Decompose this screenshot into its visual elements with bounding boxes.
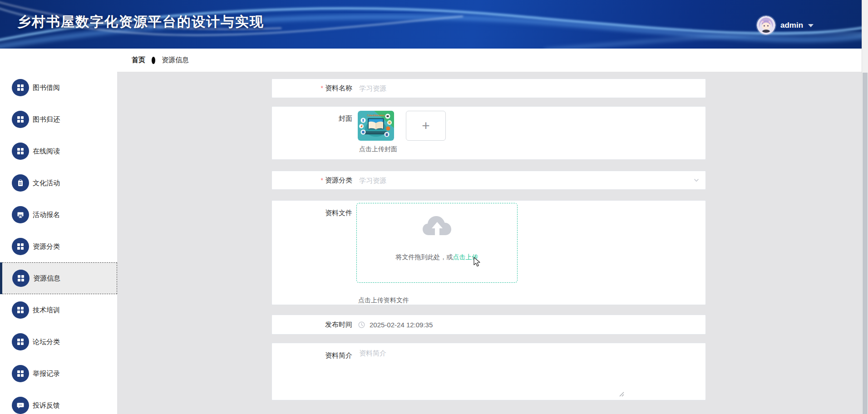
- sidebar-item-online-reading[interactable]: 在线阅读: [0, 135, 117, 167]
- grid-icon: [12, 365, 29, 382]
- sidebar-item-forum-category[interactable]: 论坛分类: [0, 326, 117, 358]
- field-label: 资料文件: [272, 201, 352, 305]
- sidebar-item-activity-signup[interactable]: 活动报名: [0, 199, 117, 231]
- app-header: 乡村书屋数字化资源平台的设计与实现 admin: [0, 0, 862, 49]
- chat-icon: [12, 397, 29, 414]
- publish-time-input[interactable]: [369, 320, 705, 329]
- grid-icon: [12, 143, 29, 160]
- page-scrollbar: [862, 0, 868, 414]
- category-select[interactable]: [352, 177, 705, 184]
- sidebar-item-resource-info[interactable]: 资源信息: [0, 262, 117, 294]
- sidebar-item-label: 在线阅读: [33, 147, 60, 156]
- main-content: *资料名称 封面 CyberEducation: [117, 72, 862, 414]
- sidebar-item-label: 文化活动: [33, 179, 60, 187]
- clock-icon: [358, 321, 365, 328]
- sidebar-item-resource-category[interactable]: 资源分类: [0, 231, 117, 262]
- sidebar-item-label: 投诉反馈: [33, 401, 60, 410]
- grid-icon: [12, 301, 29, 319]
- sidebar-item-label: 活动报名: [33, 211, 60, 219]
- plus-icon: +: [422, 118, 430, 133]
- caret-down-icon: [808, 24, 814, 27]
- sidebar-item-tech-training[interactable]: 技术培训: [0, 294, 117, 326]
- sidebar-item-label: 资源信息: [33, 274, 60, 283]
- required-asterisk: *: [321, 84, 323, 92]
- file-upload-area: 将文件拖到此处，或点击上传 点击上传资料文件: [352, 201, 518, 305]
- category-input[interactable]: [352, 177, 693, 184]
- sidebar-item-label: 资源分类: [33, 242, 60, 251]
- cover-upload-area: CyberEducation: [352, 107, 446, 159]
- svg-text:CyberEducation: CyberEducation: [367, 114, 385, 117]
- form-row-file: 资料文件 将文件拖到此处，或点击上传 点击上传资料文件: [271, 200, 706, 305]
- page-title: 乡村书屋数字化资源平台的设计与实现: [17, 13, 264, 31]
- dropzone-text: 将文件拖到此处，或点击上传: [357, 253, 517, 261]
- sidebar-item-label: 图书归还: [33, 115, 60, 124]
- scrollbar-thumb[interactable]: [863, 73, 868, 414]
- grid-icon: [12, 238, 29, 255]
- sidebar: 图书借阅 图书归还 在线阅读 文化活动 活动报名 资源分类 资源: [0, 72, 117, 414]
- sidebar-item-label: 图书借阅: [33, 84, 60, 92]
- sidebar-item-label: 举报记录: [33, 370, 60, 378]
- monitor-icon: [12, 206, 29, 223]
- avatar[interactable]: [757, 16, 775, 34]
- username[interactable]: admin: [780, 21, 803, 30]
- form-row-category: *资源分类: [271, 171, 706, 190]
- mouse-cursor-icon: [473, 257, 481, 267]
- grid-icon: [12, 79, 29, 96]
- sidebar-item-label: 论坛分类: [33, 338, 60, 346]
- field-label: 封面: [272, 107, 352, 159]
- sidebar-item-book-borrow[interactable]: 图书借阅: [0, 72, 117, 104]
- sidebar-item-book-return[interactable]: 图书归还: [0, 104, 117, 135]
- clipboard-icon: [12, 174, 29, 192]
- cover-upload-hint: 点击上传封面: [358, 145, 446, 153]
- name-input[interactable]: [352, 84, 705, 92]
- chevron-down-icon: [693, 177, 700, 183]
- breadcrumb-home[interactable]: 首页: [132, 56, 145, 64]
- file-upload-hint: 点击上传资料文件: [356, 296, 518, 305]
- add-cover-button[interactable]: +: [406, 111, 446, 141]
- sidebar-item-label: 技术培训: [33, 306, 60, 315]
- form-row-publish-time: 发布时间: [271, 315, 706, 335]
- breadcrumb-current: 资源信息: [162, 56, 189, 64]
- breadcrumb: 首页 资源信息: [132, 49, 189, 72]
- sidebar-item-complaint-feedback[interactable]: 投诉反馈: [0, 389, 117, 414]
- grid-icon: [12, 270, 30, 287]
- sidebar-item-culture-activity[interactable]: 文化活动: [0, 167, 117, 199]
- field-label: *资料名称: [272, 84, 352, 93]
- form-row-intro: 资料简介: [271, 343, 706, 400]
- grid-icon: [12, 111, 29, 128]
- grid-icon: [12, 333, 29, 350]
- breadcrumb-separator-icon: [152, 57, 155, 64]
- cover-image-thumbnail[interactable]: CyberEducation: [358, 111, 394, 141]
- field-label: 发布时间: [272, 320, 352, 329]
- datetime-picker[interactable]: [352, 320, 705, 329]
- required-asterisk: *: [321, 177, 323, 184]
- file-dropzone[interactable]: 将文件拖到此处，或点击上传: [356, 203, 518, 283]
- field-label: 资料简介: [272, 343, 352, 400]
- textarea-resize-handle[interactable]: [618, 390, 625, 397]
- field-label: *资源分类: [272, 176, 352, 185]
- cloud-upload-icon: [422, 214, 452, 238]
- sidebar-item-report-records[interactable]: 举报记录: [0, 358, 117, 389]
- intro-textarea[interactable]: [352, 343, 705, 400]
- form-row-cover: 封面 CyberEducation: [271, 106, 706, 160]
- breadcrumb-bar: 首页 资源信息: [0, 49, 862, 72]
- user-menu[interactable]: admin: [757, 16, 814, 34]
- form-row-name: *资料名称: [271, 79, 706, 98]
